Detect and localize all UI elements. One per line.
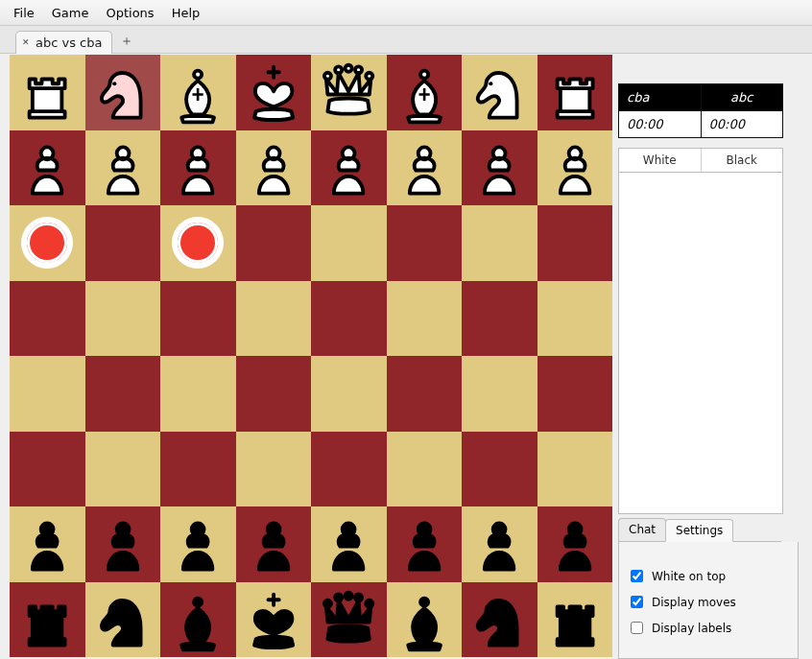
square-d5[interactable] bbox=[236, 281, 312, 357]
piece-white-pawn[interactable] bbox=[160, 130, 236, 206]
piece-white-queen[interactable] bbox=[311, 55, 387, 130]
setting-display-labels[interactable]: Display labels bbox=[627, 619, 790, 637]
square-a8[interactable] bbox=[10, 55, 85, 130]
new-tab-button[interactable]: ＋ bbox=[114, 30, 139, 53]
piece-white-pawn[interactable] bbox=[85, 130, 161, 206]
square-b3[interactable] bbox=[85, 432, 161, 507]
square-b5[interactable] bbox=[85, 281, 161, 357]
menu-file[interactable]: File bbox=[6, 3, 42, 23]
square-f4[interactable] bbox=[387, 356, 463, 432]
square-g6[interactable] bbox=[462, 205, 537, 281]
piece-black-queen[interactable] bbox=[311, 582, 387, 658]
piece-white-king[interactable] bbox=[236, 55, 312, 130]
square-h7[interactable] bbox=[537, 130, 613, 206]
square-h1[interactable] bbox=[537, 582, 613, 658]
square-c3[interactable] bbox=[160, 432, 236, 507]
square-a2[interactable] bbox=[10, 506, 85, 582]
square-h2[interactable] bbox=[537, 506, 613, 582]
piece-white-pawn[interactable] bbox=[387, 130, 463, 206]
square-g7[interactable] bbox=[462, 130, 537, 206]
menu-help[interactable]: Help bbox=[164, 3, 208, 23]
square-e8[interactable] bbox=[311, 55, 387, 130]
piece-black-knight[interactable] bbox=[462, 582, 537, 658]
square-e1[interactable] bbox=[311, 582, 387, 658]
square-d8[interactable] bbox=[236, 55, 312, 130]
square-f7[interactable] bbox=[387, 130, 463, 206]
square-g3[interactable] bbox=[462, 432, 537, 507]
square-d4[interactable] bbox=[236, 356, 312, 432]
piece-black-pawn[interactable] bbox=[236, 506, 312, 582]
square-e4[interactable] bbox=[311, 356, 387, 432]
square-b6[interactable] bbox=[85, 205, 161, 281]
piece-white-rook[interactable] bbox=[537, 55, 613, 130]
piece-black-pawn[interactable] bbox=[311, 506, 387, 582]
square-b2[interactable] bbox=[85, 506, 161, 582]
square-f6[interactable] bbox=[387, 205, 463, 281]
piece-white-bishop[interactable] bbox=[160, 55, 236, 130]
square-g5[interactable] bbox=[462, 281, 537, 357]
square-g2[interactable] bbox=[462, 506, 537, 582]
setting-white-on-top[interactable]: White on top bbox=[627, 567, 790, 585]
piece-white-knight[interactable] bbox=[85, 55, 161, 130]
piece-white-pawn[interactable] bbox=[311, 130, 387, 206]
menu-options[interactable]: Options bbox=[98, 3, 161, 23]
checkbox-white-on-top[interactable] bbox=[631, 570, 643, 582]
square-a5[interactable] bbox=[10, 281, 85, 357]
piece-white-rook[interactable] bbox=[10, 55, 85, 130]
piece-white-pawn[interactable] bbox=[462, 130, 537, 206]
piece-black-rook[interactable] bbox=[537, 582, 613, 658]
piece-black-pawn[interactable] bbox=[85, 506, 161, 582]
square-f5[interactable] bbox=[387, 281, 463, 357]
menu-game[interactable]: Game bbox=[44, 3, 97, 23]
checkbox-display-moves[interactable] bbox=[631, 596, 643, 608]
setting-display-moves[interactable]: Display moves bbox=[627, 593, 790, 611]
square-d7[interactable] bbox=[236, 130, 312, 206]
square-h8[interactable] bbox=[537, 55, 613, 130]
piece-white-pawn[interactable] bbox=[10, 130, 85, 206]
square-a1[interactable] bbox=[10, 582, 85, 658]
square-c7[interactable] bbox=[160, 130, 236, 206]
moves-list[interactable] bbox=[618, 173, 783, 514]
chessboard[interactable] bbox=[10, 55, 612, 657]
square-g8[interactable] bbox=[462, 55, 537, 130]
piece-black-pawn[interactable] bbox=[387, 506, 463, 582]
move-target-indicator[interactable] bbox=[24, 220, 70, 266]
checkbox-display-labels[interactable] bbox=[631, 622, 643, 634]
piece-white-knight[interactable] bbox=[462, 55, 537, 130]
square-d6[interactable] bbox=[236, 205, 312, 281]
square-f8[interactable] bbox=[387, 55, 463, 130]
piece-black-rook[interactable] bbox=[10, 582, 85, 658]
square-d2[interactable] bbox=[236, 506, 312, 582]
piece-black-pawn[interactable] bbox=[10, 506, 85, 582]
tab-chat[interactable]: Chat bbox=[618, 518, 666, 541]
square-g4[interactable] bbox=[462, 356, 537, 432]
square-b8[interactable] bbox=[85, 55, 161, 130]
square-a7[interactable] bbox=[10, 130, 85, 206]
square-e3[interactable] bbox=[311, 432, 387, 507]
square-d3[interactable] bbox=[236, 432, 312, 507]
square-a4[interactable] bbox=[10, 356, 85, 432]
square-c8[interactable] bbox=[160, 55, 236, 130]
square-c1[interactable] bbox=[160, 582, 236, 658]
square-f2[interactable] bbox=[387, 506, 463, 582]
square-f3[interactable] bbox=[387, 432, 463, 507]
piece-black-bishop[interactable] bbox=[160, 582, 236, 658]
square-c2[interactable] bbox=[160, 506, 236, 582]
square-e2[interactable] bbox=[311, 506, 387, 582]
square-b1[interactable] bbox=[85, 582, 161, 658]
piece-black-pawn[interactable] bbox=[160, 506, 236, 582]
square-h3[interactable] bbox=[537, 432, 613, 507]
square-a3[interactable] bbox=[10, 432, 85, 507]
square-c5[interactable] bbox=[160, 281, 236, 357]
square-b7[interactable] bbox=[85, 130, 161, 206]
tab-settings[interactable]: Settings bbox=[665, 519, 733, 542]
square-d1[interactable] bbox=[236, 582, 312, 658]
square-b4[interactable] bbox=[85, 356, 161, 432]
piece-white-pawn[interactable] bbox=[236, 130, 312, 206]
piece-black-bishop[interactable] bbox=[387, 582, 463, 658]
square-f1[interactable] bbox=[387, 582, 463, 658]
piece-black-king[interactable] bbox=[236, 582, 312, 658]
square-e6[interactable] bbox=[311, 205, 387, 281]
square-c4[interactable] bbox=[160, 356, 236, 432]
game-tab[interactable]: ✕ abc vs cba bbox=[15, 31, 112, 54]
